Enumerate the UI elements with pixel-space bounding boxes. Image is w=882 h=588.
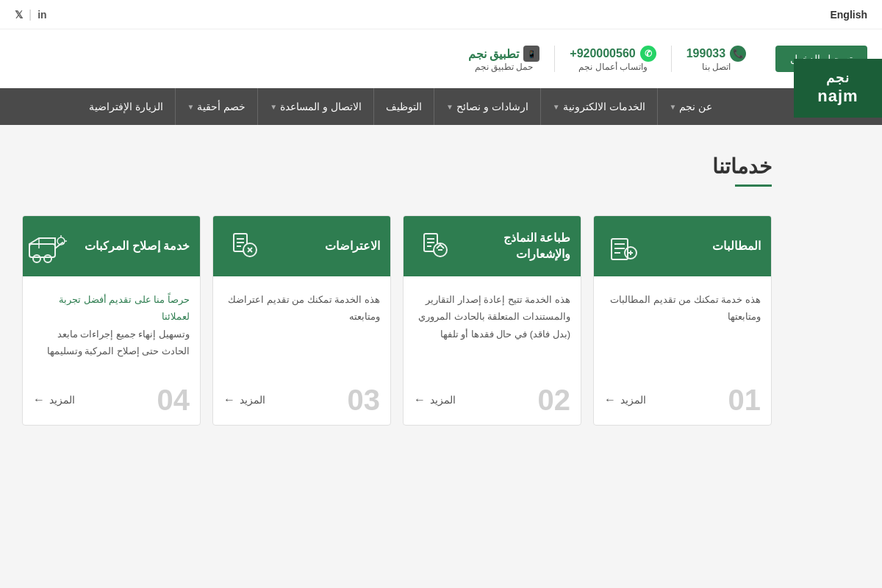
nav-discount-label: خصم أحقية <box>197 101 245 112</box>
nav-item-contact[interactable]: الاتصال و المساعدة ▼ <box>257 88 373 125</box>
nav-arrow-guidance: ▼ <box>446 103 453 111</box>
card-repair-title: خدمة إصلاح المركبات <box>85 238 190 254</box>
nav-arrow-contact: ▼ <box>270 103 277 111</box>
section-title: خدماتنا <box>22 154 772 179</box>
nav-item-about[interactable]: عن نجم ▼ <box>657 88 725 125</box>
top-bar: English 𝕏 | in <box>0 0 882 29</box>
phone-icon: 📞 <box>730 46 746 62</box>
nav-item-eservices[interactable]: الخدمات الالكترونية ▼ <box>540 88 657 125</box>
contact-item-phone: 199033 📞 اتصل بنا <box>672 46 761 72</box>
repair-more-arrow: ← <box>33 393 45 406</box>
card-print: طباعة النماذج والإشعارات <box>403 215 581 426</box>
social-divider: | <box>29 8 32 21</box>
contact-item-app: تطبيق نجم 📱 حمل تطبيق نجم <box>453 46 555 72</box>
card-objections: الاعتراضات هذه الخد <box>212 215 391 426</box>
card-claims-desc: هذه خدمة تمكنك من تقديم المطالبات ومتابع… <box>604 291 761 326</box>
logo-arabic: نجم <box>817 71 858 87</box>
nav-virtual-label: الزيارة الإفتراضية <box>89 101 163 112</box>
contact-items: 199033 📞 اتصل بنا +920000560 ✆ واتساب أع… <box>453 46 761 72</box>
logo-text: نجم najm <box>817 71 858 106</box>
navigation: عن نجم ▼ الخدمات الالكترونية ▼ ارشادات و… <box>0 88 882 125</box>
card-print-number: 02 <box>538 385 571 415</box>
nav-items: عن نجم ▼ الخدمات الالكترونية ▼ ارشادات و… <box>77 88 725 125</box>
svg-point-22 <box>44 255 51 262</box>
card-repair-body: حرصاً منا على تقديم أفضل تجربة لعملائنا … <box>23 276 200 375</box>
card-claims-title: المطالبات <box>712 238 761 254</box>
card-objections-more[interactable]: المزيد ← <box>223 393 265 406</box>
print-icon <box>414 228 451 265</box>
card-claims-more[interactable]: المزيد ← <box>604 393 646 406</box>
print-more-arrow: ← <box>414 393 426 406</box>
card-claims-header: المطالبات <box>594 216 771 276</box>
section-heading: خدماتنا <box>22 154 772 179</box>
phone-label: اتصل بنا <box>702 62 731 72</box>
card-objections-header: الاعتراضات <box>213 216 390 276</box>
card-repair-link: حرصاً منا على تقديم أفضل تجربة لعملائنا <box>33 291 190 326</box>
whatsapp-label: واتساب أعمال نجم <box>578 62 648 72</box>
nav-item-jobs[interactable]: التوظيف <box>373 88 434 125</box>
card-objections-body: هذه الخدمة تمكنك من تقديم اعتراضك ومتابع… <box>213 276 390 375</box>
nav-arrow-discount: ▼ <box>187 103 195 111</box>
repair-icon <box>33 228 70 265</box>
card-claims-footer: 01 المزيد ← <box>594 375 771 425</box>
whatsapp-icon: ✆ <box>640 46 656 62</box>
card-print-header: طباعة النماذج والإشعارات <box>404 216 581 276</box>
twitter-icon[interactable]: 𝕏 <box>15 9 23 21</box>
phone-number: 199033 📞 <box>686 46 746 62</box>
nav-arrow-about: ▼ <box>670 103 677 111</box>
nav-guidance-label: ارشادات و نصائح <box>456 101 528 112</box>
svg-rect-20 <box>29 244 55 257</box>
card-repair-desc: وتسهيل إنهاء جميع إجراءات مابعد الحادث ح… <box>33 326 190 360</box>
card-objections-desc: هذه الخدمة تمكنك من تقديم اعتراضك ومتابع… <box>223 291 380 326</box>
app-label: حمل تطبيق نجم <box>475 62 534 72</box>
card-print-more[interactable]: المزيد ← <box>414 393 456 406</box>
card-claims: المطالبات هذه خدمة <box>593 215 772 426</box>
nav-arrow-eservices: ▼ <box>553 103 560 111</box>
card-repair: خدمة إصلاح المركبات <box>22 215 201 426</box>
nav-item-guidance[interactable]: ارشادات و نصائح ▼ <box>434 88 540 125</box>
title-underline <box>735 184 772 187</box>
print-more-label: المزيد <box>430 394 456 406</box>
nav-item-discount[interactable]: خصم أحقية ▼ <box>175 88 258 125</box>
card-print-desc: هذه الخدمة تتيح إعادة إصدار التقارير وال… <box>414 291 570 343</box>
objections-more-label: المزيد <box>240 394 265 406</box>
nav-about-label: عن نجم <box>679 101 712 112</box>
card-print-footer: 02 المزيد ← <box>404 375 581 425</box>
card-objections-number: 03 <box>348 385 381 415</box>
card-repair-more[interactable]: المزيد ← <box>33 393 75 406</box>
claims-icon <box>604 228 641 265</box>
logo: نجم najm <box>794 59 882 118</box>
nav-eservices-label: الخدمات الالكترونية <box>563 101 645 112</box>
card-claims-body: هذه خدمة تمكنك من تقديم المطالبات ومتابع… <box>594 276 771 375</box>
services-cards: المطالبات هذه خدمة <box>22 215 772 426</box>
card-print-title: طباعة النماذج والإشعارات <box>451 230 570 263</box>
card-objections-title: الاعتراضات <box>325 238 380 254</box>
social-links: 𝕏 | in <box>15 8 47 21</box>
mobile-icon: 📱 <box>523 46 539 62</box>
claims-more-label: المزيد <box>620 394 646 406</box>
nav-jobs-label: التوظيف <box>386 101 422 112</box>
objections-more-arrow: ← <box>223 393 235 406</box>
whatsapp-number: +920000560 ✆ <box>570 46 656 62</box>
main-content: خدماتنا المطالبات <box>0 125 882 455</box>
app-link: تطبيق نجم 📱 <box>468 46 539 62</box>
header: تسجيل الدخول 199033 📞 اتصل بنا +92000056… <box>0 29 882 88</box>
english-language-link[interactable]: English <box>830 9 867 21</box>
nav-contact-label: الاتصال و المساعدة <box>280 101 362 112</box>
card-repair-number: 04 <box>157 385 190 415</box>
card-objections-footer: 03 المزيد ← <box>213 375 390 425</box>
claims-more-arrow: ← <box>604 393 616 406</box>
card-repair-footer: 04 المزيد ← <box>23 375 200 425</box>
contact-item-whatsapp: +920000560 ✆ واتساب أعمال نجم <box>555 46 671 72</box>
card-claims-number: 01 <box>728 385 761 415</box>
top-bar-left: English <box>830 9 867 21</box>
linkedin-icon[interactable]: in <box>37 9 46 21</box>
svg-point-21 <box>33 255 40 262</box>
repair-more-label: المزيد <box>49 394 75 406</box>
card-print-body: هذه الخدمة تتيح إعادة إصدار التقارير وال… <box>404 276 581 375</box>
objections-icon <box>223 228 260 265</box>
logo-english: najm <box>817 87 858 106</box>
card-repair-header: خدمة إصلاح المركبات <box>23 216 200 276</box>
nav-item-virtual[interactable]: الزيارة الإفتراضية <box>77 88 175 125</box>
